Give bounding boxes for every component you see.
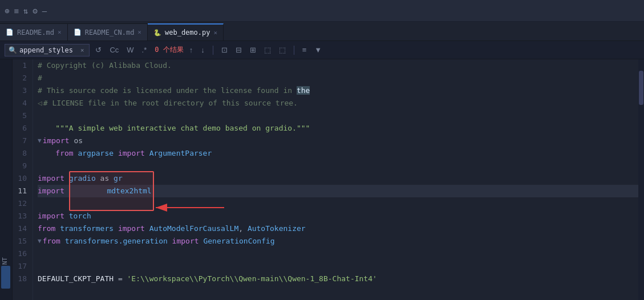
line-num-12: 12 xyxy=(16,197,27,210)
code-line-6: """A simple web interactive chat demo ba… xyxy=(38,122,638,135)
code-line-17 xyxy=(38,260,638,273)
search-regex-button[interactable]: .* xyxy=(140,45,149,55)
code-line-15: ▼ from transformers.generation import Ge… xyxy=(38,235,638,248)
code-line-5 xyxy=(38,110,638,122)
code-line-14: from transformers import AutoModelForCau… xyxy=(38,222,638,235)
editor-container: NT 1 2 3 4 5 6 7 8 9 10 11 12 13 14 15 1… xyxy=(0,59,644,300)
tab-close-web-demo[interactable]: × xyxy=(213,29,217,37)
line-num-5: 5 xyxy=(16,110,27,122)
left-sidebar: NT xyxy=(0,59,13,300)
search-history-button[interactable]: ↺ xyxy=(93,45,104,55)
line-num-7: 7 xyxy=(16,135,27,147)
code-text xyxy=(38,147,55,160)
code-text: import xyxy=(38,172,64,185)
code-text xyxy=(145,147,149,160)
code-text-mdtex2html: mdtex2html xyxy=(107,187,151,195)
code-text: transformers xyxy=(60,222,114,235)
search-clear-button[interactable]: × xyxy=(79,46,86,54)
code-text: torch xyxy=(69,210,91,222)
line-num-14: 14 xyxy=(16,222,27,235)
code-text xyxy=(199,235,204,248)
code-text: import xyxy=(118,147,145,160)
code-line-1: # Copyright (c) Alibaba Cloud. xyxy=(38,59,638,72)
line-num-9: 9 xyxy=(16,160,27,172)
line-numbers: 1 2 3 4 5 6 7 8 9 10 11 12 13 14 15 16 1… xyxy=(13,59,33,300)
code-text: os xyxy=(70,135,83,147)
python-file-icon: 🐍 xyxy=(153,29,161,37)
code-text: import xyxy=(172,235,199,248)
code-text: """A simple web interactive chat demo ba… xyxy=(38,122,310,135)
tab-label-web-demo: web_demo.py xyxy=(165,29,210,37)
line-num-1: 1 xyxy=(16,59,27,72)
code-line-18: DEFAULT_CKPT_PATH = 'E:\\workspace\\PyTo… xyxy=(38,273,638,285)
scrollbar-thumb[interactable] xyxy=(639,71,643,105)
code-text: transformers.generation xyxy=(65,235,168,248)
tab-web-demo[interactable]: 🐍 web_demo.py × xyxy=(148,23,224,40)
tab-readme[interactable]: 📄 README.md × xyxy=(0,23,68,40)
search-list-button[interactable]: ≡ xyxy=(300,45,309,55)
code-text: AutoModelForCausalLM xyxy=(149,222,239,235)
tab-close-readme[interactable]: × xyxy=(58,29,62,36)
code-text: ◁# LICENSE file in the root directory of… xyxy=(38,97,298,110)
settings-icon[interactable]: ⚙ xyxy=(33,6,37,15)
code-text: GenerationConfig xyxy=(203,235,274,248)
code-line-8: from argparse import ArgumentParser xyxy=(38,147,638,160)
code-text xyxy=(60,235,65,248)
line-num-15: 15 xyxy=(16,235,27,248)
sort-icon[interactable]: ⇅ xyxy=(23,6,28,15)
code-text xyxy=(74,147,78,160)
search-context-button[interactable]: ⊟ xyxy=(233,45,244,55)
code-text xyxy=(145,222,149,235)
code-area: # Copyright (c) Alibaba Cloud. # # This … xyxy=(33,59,638,300)
code-line-9 xyxy=(38,160,638,172)
code-text: from xyxy=(43,235,60,248)
add-icon[interactable]: ⊕ xyxy=(5,6,9,15)
search-result-count: 0 个结果 xyxy=(155,45,183,55)
search-input[interactable] xyxy=(19,46,76,54)
line-num-6: 6 xyxy=(16,122,27,135)
search-bar: 🔍 × ↺ Cc W .* 0 个结果 ↑ ↓ ⊡ ⊟ ⊞ ⬚ ⬚ ≡ ▼ xyxy=(0,41,644,59)
code-line-4: ◁# LICENSE file in the root directory of… xyxy=(38,97,638,110)
line-num-16: 16 xyxy=(16,248,27,260)
file-icon: 📄 xyxy=(6,29,14,36)
search-extra1-button[interactable]: ⬚ xyxy=(262,45,273,55)
code-text: 'E:\\workspace\\PyTorch\\Qwen-main\\Qwen… xyxy=(127,273,377,285)
search-prev-button[interactable]: ↑ xyxy=(187,45,196,55)
code-text xyxy=(114,222,118,235)
code-line-16 xyxy=(38,248,638,260)
tabs-bar: 📄 README.md × 📄 README_CN.md × 🐍 web_dem… xyxy=(0,22,644,41)
code-text xyxy=(64,172,69,185)
code-text: ArgumentParser xyxy=(149,147,212,160)
code-text: # Copyright (c) Alibaba Cloud. xyxy=(38,59,172,72)
list-icon[interactable]: ≡ xyxy=(14,6,18,15)
code-line-2: # xyxy=(38,72,638,84)
line-num-18: 18 xyxy=(16,273,27,285)
code-text xyxy=(114,147,118,160)
search-filter-button[interactable]: ▼ xyxy=(312,45,324,55)
search-divider xyxy=(213,46,213,55)
code-text xyxy=(64,185,69,197)
vertical-scrollbar[interactable] xyxy=(638,59,644,300)
line-num-11: 11 xyxy=(16,185,27,197)
search-word-button[interactable]: W xyxy=(124,45,136,55)
line-num-17: 17 xyxy=(16,260,27,273)
search-input-wrap: 🔍 × xyxy=(5,44,90,56)
code-text: # This source code is licensed under the… xyxy=(38,84,310,97)
search-wrap-button[interactable]: ⊡ xyxy=(219,45,230,55)
scrollbar-thumb-h[interactable] xyxy=(1,266,10,289)
code-text: from xyxy=(55,147,73,160)
code-text: from xyxy=(38,222,55,235)
tab-readme-cn[interactable]: 📄 README_CN.md × xyxy=(68,23,148,40)
search-extra2-button[interactable]: ⬚ xyxy=(277,45,288,55)
search-next-button[interactable]: ↓ xyxy=(199,45,207,55)
code-line-7: ▼ import os xyxy=(38,135,638,147)
search-cc-button[interactable]: Cc xyxy=(107,45,121,55)
code-text: import xyxy=(38,185,64,197)
tab-close-cn[interactable]: × xyxy=(137,29,141,36)
minimize-icon[interactable]: — xyxy=(42,6,47,15)
line-num-13: 13 xyxy=(16,210,27,222)
code-text xyxy=(64,210,69,222)
search-replace-button[interactable]: ⊞ xyxy=(248,45,258,55)
code-text: , xyxy=(238,222,248,235)
line-num-3: 3 xyxy=(16,84,27,97)
